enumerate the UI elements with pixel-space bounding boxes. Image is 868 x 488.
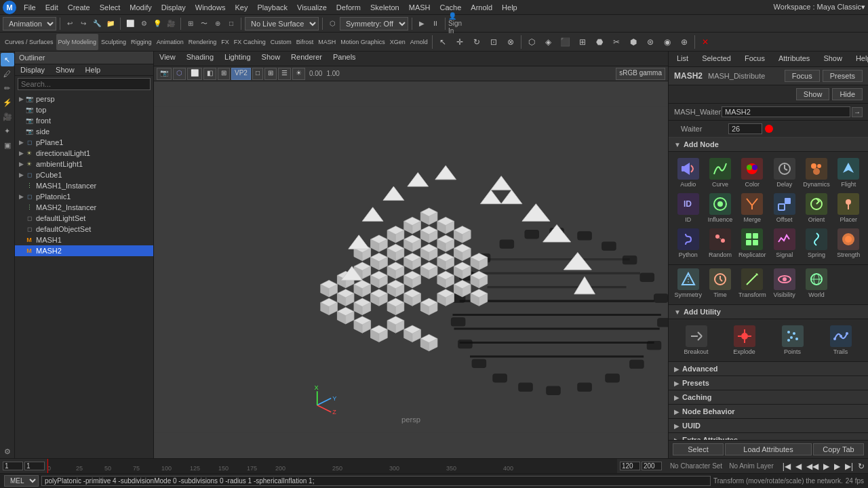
play-back[interactable]: ◀◀ <box>804 461 821 472</box>
node-delay[interactable]: Delay <box>769 156 800 190</box>
presets-btn[interactable]: Presets <box>823 70 863 82</box>
tb-icon-5[interactable]: ⬜ <box>124 18 136 30</box>
timeline-bar[interactable]: 0 25 50 75 100 125 150 175 200 250 300 3… <box>47 459 617 473</box>
rendering-tab[interactable]: Rendering <box>186 34 219 50</box>
outliner-item-persp[interactable]: ▶ 📷 persp <box>15 94 153 104</box>
sidebar-sketch[interactable]: ✏ <box>1 81 14 95</box>
tb-icon-8[interactable]: 🎥 <box>165 18 177 30</box>
poly-boolean[interactable]: ⊕ <box>676 34 692 50</box>
waiter-number-input[interactable] <box>728 123 762 134</box>
vp-camera[interactable]: 📷 <box>157 68 172 80</box>
node-audio[interactable]: Audio <box>673 156 703 190</box>
arnold-tab[interactable]: Arnold <box>408 34 430 50</box>
menu-windows[interactable]: Windows <box>191 2 231 13</box>
outliner-item-pPlatonic[interactable]: ▶ ◻ pPlatonic1 <box>15 191 153 202</box>
fx-caching-tab[interactable]: FX Caching <box>232 34 268 50</box>
util-points[interactable]: Points <box>769 323 816 357</box>
vp-menu-panels[interactable]: Panels <box>328 52 361 66</box>
select-btn[interactable]: Select <box>673 443 724 455</box>
vp-menu-shading[interactable]: Shading <box>181 52 219 66</box>
soft-select[interactable]: ⊗ <box>502 34 519 50</box>
timeline-end-frame2[interactable] <box>642 462 662 470</box>
tab-list[interactable]: List <box>671 53 694 65</box>
vp-cam5[interactable]: VP2 <box>231 68 251 80</box>
poly-insert-edge[interactable]: ⬣ <box>591 34 608 50</box>
custom-tab[interactable]: Custom <box>269 34 294 50</box>
node-visibility[interactable]: Visibility <box>769 266 800 300</box>
vp-menu-show[interactable]: Show <box>256 52 286 66</box>
snap-to-point[interactable]: ⊕ <box>212 18 224 30</box>
sidebar-select[interactable]: ↖ <box>1 53 14 66</box>
outliner-item-mash2inst[interactable]: ▶ ⋮ MASH2_Instancer <box>15 202 153 213</box>
poly-smooth[interactable]: ◉ <box>659 34 675 50</box>
mash-tab[interactable]: MASH <box>316 34 338 50</box>
viewport-canvas[interactable]: Y Z X persp <box>154 81 668 458</box>
cmd-language-select[interactable]: MEL <box>4 475 39 487</box>
copy-tab-btn[interactable]: Copy Tab <box>813 443 864 455</box>
move-tool[interactable]: ✛ <box>452 34 468 50</box>
node-transform[interactable]: Transform <box>737 266 768 300</box>
menu-deform[interactable]: Deform <box>332 2 366 13</box>
poly-extrude[interactable]: ⬡ <box>524 34 540 50</box>
timeline-end-frame1[interactable] <box>620 462 640 470</box>
outliner-item-defObjSet[interactable]: ▶ ◻ defaultObjectSet <box>15 224 153 235</box>
tab-show[interactable]: Show <box>818 53 848 65</box>
outliner-item-dirLight[interactable]: ▶ ☀ directionalLight1 <box>15 148 153 159</box>
menu-help[interactable]: Help <box>497 2 522 13</box>
rotate-tool[interactable]: ↻ <box>469 34 485 50</box>
node-time[interactable]: Time <box>705 266 735 300</box>
node-placer[interactable]: Placer <box>833 191 864 225</box>
play-forward[interactable]: ▶ <box>821 461 831 472</box>
xgen-tab[interactable]: XGen <box>388 34 408 50</box>
sidebar-dynamics[interactable]: ⚡ <box>1 96 14 109</box>
menu-display[interactable]: Display <box>157 2 191 13</box>
node-behavior-header[interactable]: ▶ Node Behavior <box>669 405 868 418</box>
go-to-end[interactable]: ▶| <box>843 461 855 472</box>
menu-playback[interactable]: Playback <box>252 2 292 13</box>
util-explode[interactable]: Explode <box>721 323 768 357</box>
vp-resolution[interactable]: □ <box>252 68 263 80</box>
node-spring[interactable]: Spring <box>801 226 831 260</box>
hide-btn[interactable]: Hide <box>832 88 863 100</box>
presets-header[interactable]: ▶ Presets <box>669 376 868 390</box>
tb-pause[interactable]: ⏸ <box>429 18 441 30</box>
node-color[interactable]: Color <box>737 156 768 190</box>
step-forward[interactable]: ▶ <box>832 461 842 472</box>
node-id[interactable]: ID ID <box>673 191 703 225</box>
focus-btn[interactable]: Focus <box>785 70 820 82</box>
vp-cam4[interactable]: ⊞ <box>218 68 230 80</box>
waiter-input[interactable] <box>722 106 850 117</box>
tb-icon-1[interactable]: ↩ <box>64 18 76 30</box>
outliner-item-mash1inst[interactable]: ▶ ⋮ MASH1_Instancer <box>15 180 153 191</box>
menu-select[interactable]: Select <box>95 2 125 13</box>
outliner-help-tab[interactable]: Help <box>80 64 106 75</box>
node-symmetry[interactable]: Symmetry <box>673 266 703 300</box>
vp-cam2[interactable]: ⬜ <box>187 68 202 80</box>
util-trails[interactable]: Trails <box>817 323 864 357</box>
outliner-item-defLightSet[interactable]: ▶ ◻ defaultLightSet <box>15 213 153 224</box>
node-python[interactable]: Python <box>673 226 703 260</box>
loop[interactable]: ↻ <box>856 461 867 472</box>
caching-header[interactable]: ▶ Caching <box>669 390 868 404</box>
node-world[interactable]: World <box>801 266 831 300</box>
poly-bevel[interactable]: ◈ <box>540 34 557 50</box>
menu-file[interactable]: File <box>19 2 41 13</box>
poly-connect[interactable]: ⊞ <box>574 34 591 50</box>
sidebar-settings[interactable]: ⚙ <box>1 445 14 458</box>
outliner-item-pPlane1[interactable]: ▶ ◻ pPlane1 <box>15 137 153 148</box>
node-strength[interactable]: Strength <box>833 226 864 260</box>
snap-to-surface[interactable]: □ <box>225 18 237 30</box>
poly-multi-cut[interactable]: ✂ <box>608 34 625 50</box>
vp-gamma[interactable]: sRGB gamma <box>616 68 665 80</box>
menu-arnold[interactable]: Arnold <box>466 2 497 13</box>
tb-icon-7[interactable]: 💡 <box>151 18 163 30</box>
node-replicator[interactable]: Replicator <box>737 226 768 260</box>
poly-modeling[interactable]: Poly Modeling <box>56 34 99 50</box>
tab-focus[interactable]: Focus <box>739 53 770 65</box>
menu-cache[interactable]: Cache <box>435 2 467 13</box>
rigging-tab[interactable]: Rigging <box>129 34 154 50</box>
vp-menu-view[interactable]: View <box>154 52 181 66</box>
tab-selected[interactable]: Selected <box>696 53 736 65</box>
waiter-arrow-btn[interactable]: → <box>852 107 863 117</box>
sidebar-paint[interactable]: 🖊 <box>1 67 14 81</box>
